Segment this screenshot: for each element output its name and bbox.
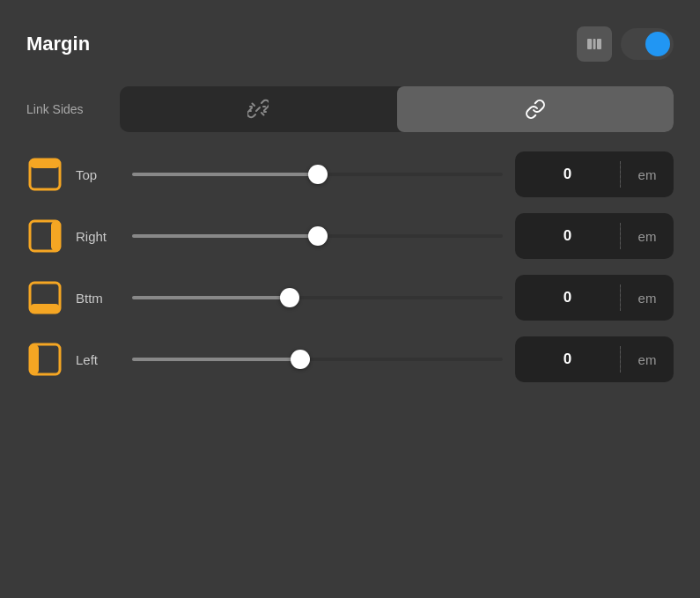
left-margin-icon — [26, 341, 63, 378]
svg-rect-6 — [51, 221, 60, 251]
top-label: Top — [76, 167, 120, 182]
bottom-value[interactable]: 0 — [515, 289, 620, 306]
left-label: Left — [76, 352, 120, 367]
svg-rect-1 — [593, 39, 596, 49]
top-slider[interactable] — [132, 173, 503, 176]
panel-title: Margin — [26, 33, 90, 55]
svg-rect-8 — [30, 304, 60, 313]
right-slider[interactable] — [132, 234, 503, 238]
link-button[interactable] — [397, 86, 674, 132]
link-icon — [525, 99, 546, 120]
left-slider-container — [132, 358, 503, 361]
toggle-knob — [645, 32, 670, 56]
bottom-unit: em — [621, 291, 674, 306]
right-unit: em — [621, 229, 674, 244]
panel-header: Margin — [26, 26, 674, 62]
link-sides-control — [120, 86, 674, 132]
margin-row-left: Left 0 em — [26, 336, 674, 382]
margin-row-right: Right 0 em — [26, 213, 674, 259]
columns-icon-button[interactable] — [577, 26, 612, 62]
enable-toggle[interactable] — [621, 28, 674, 60]
columns-icon — [586, 35, 603, 53]
bottom-label: Bttm — [76, 291, 120, 306]
svg-rect-10 — [30, 344, 39, 374]
top-value-box: 0 em — [515, 151, 674, 197]
right-label: Right — [76, 229, 120, 244]
unlink-icon — [247, 99, 269, 120]
right-value-box: 0 em — [515, 213, 674, 259]
top-value[interactable]: 0 — [515, 166, 620, 183]
left-slider[interactable] — [132, 358, 503, 361]
link-sides-label: Link Sides — [26, 102, 106, 116]
bottom-margin-icon — [26, 279, 63, 316]
left-value-box: 0 em — [515, 336, 674, 382]
bottom-slider[interactable] — [132, 296, 503, 299]
left-value[interactable]: 0 — [515, 351, 620, 368]
right-slider-container — [132, 234, 503, 238]
svg-rect-2 — [597, 39, 601, 49]
top-slider-container — [132, 173, 503, 176]
left-unit: em — [621, 352, 674, 367]
margin-panel: Margin Link Sides — [0, 0, 700, 598]
bottom-slider-container — [132, 296, 503, 299]
link-sides-row: Link Sides — [26, 86, 674, 132]
right-value[interactable]: 0 — [515, 227, 620, 245]
margin-row-bottom: Bttm 0 em — [26, 275, 674, 321]
right-margin-icon — [26, 218, 63, 255]
top-margin-icon — [26, 156, 63, 193]
bottom-value-box: 0 em — [515, 275, 674, 321]
unlink-button[interactable] — [120, 86, 397, 132]
margin-row-top: Top 0 em — [26, 151, 674, 197]
header-controls — [577, 26, 674, 62]
svg-rect-4 — [30, 159, 60, 168]
top-unit: em — [621, 167, 674, 182]
svg-rect-0 — [587, 39, 592, 49]
